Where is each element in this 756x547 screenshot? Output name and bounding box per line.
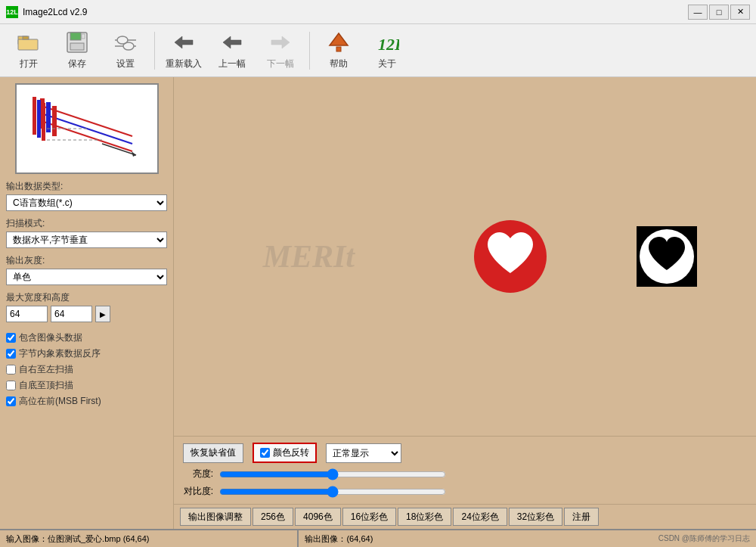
save-label: 保存 <box>68 57 86 70</box>
svg-rect-31 <box>42 103 45 141</box>
pixel-reverse-checkbox[interactable] <box>6 349 16 359</box>
color-32bit-tab[interactable]: 32位彩色 <box>509 508 562 526</box>
restore-defaults-button[interactable]: 恢复缺省值 <box>183 443 243 463</box>
max-size-label: 最大宽度和高度 <box>6 291 167 304</box>
help-label: 帮助 <box>330 57 348 70</box>
svg-rect-2 <box>23 36 29 39</box>
color-invert-checkbox[interactable] <box>260 448 270 458</box>
svg-marker-13 <box>175 36 193 48</box>
contrast-row: 对比度: <box>183 485 747 498</box>
merit-watermark-text: MERIt <box>263 238 355 275</box>
output-gray-select[interactable]: 单色 <box>6 269 167 285</box>
register-tab[interactable]: 注册 <box>564 508 599 526</box>
right-to-left-checkbox[interactable] <box>6 365 16 375</box>
help-icon <box>327 30 351 54</box>
next-button[interactable]: 下一幅 <box>258 29 303 73</box>
toolbar-separator-1 <box>154 32 155 70</box>
svg-marker-14 <box>223 36 241 48</box>
merit-area: MERIt <box>233 226 384 287</box>
color-256-tab[interactable]: 256色 <box>253 508 293 526</box>
open-label: 打开 <box>20 57 38 70</box>
bottom-to-top-checkbox[interactable] <box>6 381 16 390</box>
right-area: MERIt 恢复缺省值 颜 <box>174 77 756 529</box>
output-type-label: 输出数据类型: <box>6 180 167 193</box>
checkbox-item-1: 包含图像头数据 <box>6 331 167 344</box>
reload-label: 重新载入 <box>166 57 202 70</box>
svg-rect-6 <box>82 34 85 39</box>
main-container: 输出数据类型: C语言数组(*.c) 扫描模式: 数据水平,字节垂直 输出灰度:… <box>0 77 756 529</box>
svg-rect-1 <box>18 39 38 50</box>
open-button[interactable]: 打开 <box>6 29 51 73</box>
settings-button[interactable]: 设置 <box>103 29 148 73</box>
svg-line-27 <box>102 144 136 155</box>
minimize-button[interactable]: — <box>688 5 708 20</box>
brightness-label: 亮度: <box>183 468 213 480</box>
scan-mode-select[interactable]: 数据水平,字节垂直 <box>6 232 167 248</box>
color-4096-tab[interactable]: 4096色 <box>295 508 341 526</box>
brightness-row: 亮度: <box>183 468 747 480</box>
about-icon: 12L <box>375 30 399 54</box>
toolbar: 打开 保存 设置 <box>0 24 756 77</box>
preview-box <box>15 83 159 174</box>
help-button[interactable]: 帮助 <box>316 29 361 73</box>
output-adjust-tab[interactable]: 输出图像调整 <box>180 508 251 526</box>
checkbox-item-2: 字节内象素数据反序 <box>6 347 167 360</box>
msb-first-label: 高位在前(MSB First) <box>19 395 101 408</box>
left-panel: 输出数据类型: C语言数组(*.c) 扫描模式: 数据水平,字节垂直 输出灰度:… <box>0 77 174 529</box>
app-icon: 12L <box>6 6 18 18</box>
color-24bit-tab[interactable]: 24位彩色 <box>453 508 507 526</box>
status-input-label: 输入图像：位图测试_爱心.bmp (64,64) <box>6 533 291 545</box>
about-button[interactable]: 12L 关于 <box>364 29 410 73</box>
output-gray-label: 输出灰度: <box>6 254 167 267</box>
svg-rect-23 <box>46 102 51 132</box>
size-row: ▶ <box>6 306 167 322</box>
reload-icon <box>172 30 196 54</box>
color-18bit-tab[interactable]: 18位彩色 <box>398 508 451 526</box>
display-mode-select[interactable]: 正常显示 反色显示 <box>326 443 401 463</box>
settings-label: 设置 <box>116 57 135 70</box>
contrast-slider[interactable] <box>219 486 446 498</box>
next-label: 下一幅 <box>267 57 294 70</box>
height-input[interactable] <box>51 306 92 322</box>
include-header-checkbox[interactable] <box>6 333 16 343</box>
size-increment-button[interactable]: ▶ <box>95 306 110 322</box>
brightness-slider[interactable] <box>219 468 446 480</box>
color-16bit-tab[interactable]: 16位彩色 <box>342 508 396 526</box>
color-invert-box: 颜色反转 <box>253 443 317 463</box>
prev-icon <box>220 30 244 54</box>
title-bar-left: 12L Image2Lcd v2.9 <box>6 6 87 18</box>
contrast-label: 对比度: <box>183 485 213 498</box>
svg-rect-24 <box>52 106 57 136</box>
checkbox-item-5: 高位在前(MSB First) <box>6 395 167 408</box>
prev-button[interactable]: 上一幅 <box>209 29 255 73</box>
svg-rect-17 <box>336 47 341 51</box>
close-button[interactable]: ✕ <box>730 5 750 20</box>
svg-rect-5 <box>70 43 84 50</box>
original-heart-image <box>472 219 548 294</box>
save-button[interactable]: 保存 <box>54 29 100 73</box>
save-icon <box>65 30 89 54</box>
settings-icon <box>113 30 138 54</box>
status-divider <box>297 530 299 547</box>
output-type-select[interactable]: C语言数组(*.c) <box>6 194 167 211</box>
toolbar-separator-2 <box>309 32 310 70</box>
checkbox-item-3: 自右至左扫描 <box>6 363 167 376</box>
bottom-to-top-label: 自底至顶扫描 <box>19 379 73 392</box>
include-header-label: 包含图像头数据 <box>19 331 82 344</box>
bottom-controls: 恢复缺省值 颜色反转 正常显示 反色显示 亮度: 对比度: <box>174 436 756 504</box>
maximize-button[interactable]: □ <box>709 5 729 20</box>
checkbox-item-4: 自底至顶扫描 <box>6 379 167 392</box>
width-input[interactable] <box>6 306 48 322</box>
status-credit: CSDN @陈师傅的学习日志 <box>658 533 750 544</box>
max-size-group: 最大宽度和高度 ▶ <box>6 291 167 322</box>
svg-rect-4 <box>70 33 81 40</box>
color-invert-label: 颜色反转 <box>273 446 309 459</box>
msb-first-checkbox[interactable] <box>6 396 16 406</box>
output-gray-group: 输出灰度: 单色 <box>6 254 167 285</box>
output-type-group: 输出数据类型: C语言数组(*.c) <box>6 180 167 211</box>
reload-button[interactable]: 重新载入 <box>161 29 206 73</box>
right-to-left-label: 自右至左扫描 <box>19 363 73 376</box>
svg-text:12L: 12L <box>378 35 399 54</box>
tab-bar: 输出图像调整 256色 4096色 16位彩色 18位彩色 24位彩色 32位彩… <box>174 504 756 529</box>
bottom-row-1: 恢复缺省值 颜色反转 正常显示 反色显示 <box>183 443 747 463</box>
